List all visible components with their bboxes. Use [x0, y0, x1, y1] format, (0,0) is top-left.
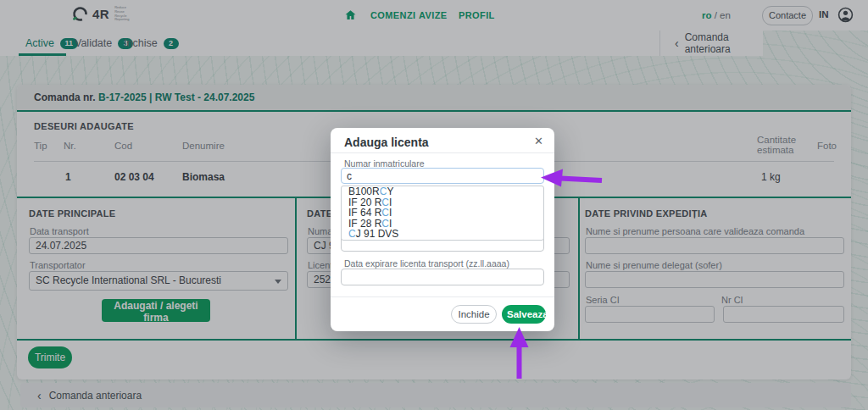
- modal-expirare-input[interactable]: [341, 269, 544, 285]
- modal-title: Adauga licenta: [344, 136, 429, 149]
- app-window: 4R Reduce Reuse Recycle Reporting COMENZ…: [0, 0, 868, 410]
- inchide-button[interactable]: Inchide: [451, 305, 497, 324]
- modal-expirare-label: Data expirare licenta transport (zz.ll.a…: [344, 258, 509, 269]
- close-icon[interactable]: ✕: [534, 135, 543, 147]
- suggestion-highlight: C: [348, 228, 356, 240]
- suggestion-text: J 91 DVS: [356, 228, 399, 240]
- adauga-licenta-modal: Adauga licenta ✕ Numar inmatriculare B10…: [331, 128, 554, 331]
- suggestions-dropdown: B100RCY IF 20 RCI IF 64 RCI IF 28 RCI CJ…: [341, 186, 544, 241]
- modal-footer-divider: [331, 296, 554, 297]
- modal-divider: [331, 152, 554, 153]
- suggestion-item[interactable]: CJ 91 DVS: [342, 229, 543, 240]
- salveaza-button[interactable]: Salveaza: [502, 305, 546, 324]
- modal-numar-input[interactable]: [341, 168, 544, 184]
